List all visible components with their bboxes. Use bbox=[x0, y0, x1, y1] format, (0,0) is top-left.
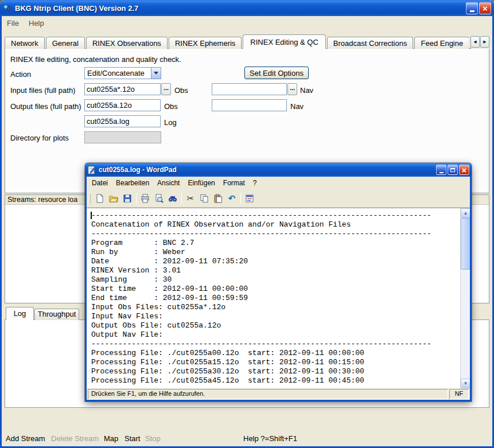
tab-rinex-observations[interactable]: RINEX Observations bbox=[86, 37, 168, 49]
delete-stream-button: Delete Stream bbox=[51, 434, 99, 443]
main-titlebar[interactable]: BKG Ntrip Client (BNC) Version 2.7 × bbox=[0, 0, 494, 16]
date-time-icon bbox=[245, 194, 254, 203]
action-dropdown-value: Edit/Concatenate bbox=[85, 68, 151, 79]
dropdown-arrow-icon[interactable] bbox=[151, 68, 161, 79]
tab-rinex-editing-qc[interactable]: RINEX Editing & QC bbox=[243, 34, 326, 49]
vertical-scrollbar[interactable]: ▲ ▼ bbox=[460, 208, 470, 388]
paste-icon bbox=[213, 194, 223, 203]
tab-throughput[interactable]: Throughput bbox=[34, 309, 79, 320]
tab-feed-engine[interactable]: Feed Engine bbox=[414, 37, 469, 49]
new-document-icon bbox=[95, 194, 104, 203]
input-obs-browse-button[interactable]: ... bbox=[161, 83, 171, 95]
wordpad-minimize-button[interactable] bbox=[436, 165, 446, 175]
tab-scroll-right-icon[interactable]: ▶ bbox=[480, 36, 489, 48]
output-log-suffix: Log bbox=[164, 118, 177, 127]
print-icon bbox=[141, 194, 150, 203]
wordpad-maximize-button[interactable] bbox=[448, 165, 458, 175]
output-obs-field[interactable] bbox=[84, 99, 161, 111]
menu-ansicht[interactable]: Ansicht bbox=[153, 178, 184, 188]
tab-network[interactable]: Network bbox=[5, 37, 45, 49]
open-icon bbox=[109, 194, 118, 203]
stop-button: Stop bbox=[145, 434, 161, 443]
output-nav-field[interactable] bbox=[212, 99, 287, 111]
map-button[interactable]: Map bbox=[104, 434, 118, 443]
statusbar-message: Drücken Sie F1, um die Hilfe aufzurufen. bbox=[88, 389, 448, 399]
scroll-up-icon[interactable]: ▲ bbox=[461, 208, 470, 218]
cut-button[interactable]: ✂ bbox=[184, 192, 197, 205]
toolbar-grip[interactable] bbox=[89, 193, 91, 204]
menu-help[interactable]: Help bbox=[29, 19, 44, 28]
menu-einfuegen[interactable]: Einfügen bbox=[184, 178, 219, 188]
output-log-field[interactable] bbox=[84, 115, 161, 127]
wordpad-statusbar: Drücken Sie F1, um die Hilfe aufzurufen.… bbox=[88, 389, 469, 399]
open-button[interactable] bbox=[107, 192, 120, 205]
tab-broadcast-corrections[interactable]: Broadcast Corrections bbox=[327, 37, 414, 49]
scrollbar-thumb[interactable] bbox=[461, 218, 470, 270]
print-button[interactable] bbox=[138, 192, 152, 205]
save-button[interactable] bbox=[120, 192, 134, 205]
main-tabstrip: Network General RINEX Observations RINEX… bbox=[5, 34, 489, 49]
tab-log[interactable]: Log bbox=[6, 307, 34, 320]
document-text[interactable]: ----------------------------------------… bbox=[87, 208, 470, 385]
toolbar-separator bbox=[240, 193, 241, 204]
menu-bearbeiten[interactable]: Bearbeiten bbox=[112, 178, 153, 188]
document-area[interactable]: ----------------------------------------… bbox=[87, 208, 470, 388]
cut-icon: ✂ bbox=[187, 194, 195, 202]
toolbar-separator bbox=[181, 193, 182, 204]
maximize-icon bbox=[450, 168, 455, 172]
menu-format[interactable]: Format bbox=[219, 178, 249, 188]
input-nav-browse-button[interactable]: ... bbox=[287, 83, 297, 95]
wordpad-toolbar: ✂ ↶ bbox=[87, 189, 470, 208]
input-files-label: Input files (full path) bbox=[10, 86, 75, 95]
output-files-label: Output files (full path) bbox=[10, 102, 81, 111]
minimize-icon bbox=[439, 172, 444, 173]
paste-button[interactable] bbox=[211, 192, 225, 205]
set-edit-options-button[interactable]: Set Edit Options bbox=[244, 67, 309, 79]
save-icon bbox=[123, 194, 132, 203]
find-icon bbox=[168, 194, 177, 203]
wordpad-app-icon bbox=[87, 166, 96, 174]
wordpad-menubar: Datei Bearbeiten Ansicht Einfügen Format… bbox=[87, 177, 470, 189]
undo-button[interactable]: ↶ bbox=[225, 192, 239, 205]
bnc-app-icon bbox=[3, 3, 12, 13]
close-button[interactable]: × bbox=[479, 2, 491, 14]
input-obs-field[interactable] bbox=[84, 83, 161, 95]
toolbar-separator bbox=[136, 193, 137, 204]
copy-icon bbox=[200, 194, 209, 203]
undo-icon: ↶ bbox=[228, 194, 236, 202]
tab-general[interactable]: General bbox=[46, 37, 85, 49]
add-stream-button[interactable]: Add Stream bbox=[6, 434, 45, 443]
new-document-button[interactable] bbox=[93, 192, 107, 205]
statusbar-numlock: NF bbox=[449, 389, 469, 399]
tab-rinex-ephemeris[interactable]: RINEX Ephemeris bbox=[169, 37, 242, 49]
bnc-main-window: BKG Ntrip Client (BNC) Version 2.7 × Fil… bbox=[0, 0, 494, 448]
plots-dir-label: Directory for plots bbox=[10, 134, 69, 142]
input-nav-suffix: Nav bbox=[300, 86, 313, 95]
wordpad-titlebar[interactable]: cut0255a.log - WordPad × bbox=[85, 163, 472, 177]
tab-scroll-left-icon[interactable]: ◀ bbox=[470, 36, 480, 48]
find-button[interactable] bbox=[166, 192, 180, 205]
wordpad-window: cut0255a.log - WordPad × Datei Bearbeite… bbox=[85, 163, 472, 402]
text-caret bbox=[91, 212, 92, 219]
wordpad-close-button[interactable]: × bbox=[459, 165, 469, 175]
menu-hilfe[interactable]: ? bbox=[249, 178, 261, 188]
menu-file[interactable]: File bbox=[7, 19, 19, 28]
output-nav-suffix: Nav bbox=[290, 102, 304, 111]
minimize-button[interactable] bbox=[466, 2, 478, 14]
start-button[interactable]: Start bbox=[125, 434, 140, 443]
menu-datei[interactable]: Datei bbox=[88, 178, 112, 188]
output-obs-suffix: Obs bbox=[164, 102, 178, 111]
wordpad-window-title: cut0255a.log - WordPad bbox=[99, 166, 433, 174]
help-shortcut-label: Help ?=Shift+F1 bbox=[243, 434, 297, 443]
action-dropdown[interactable]: Edit/Concatenate bbox=[84, 67, 161, 79]
input-obs-suffix: Obs bbox=[174, 86, 188, 95]
print-preview-button[interactable] bbox=[152, 192, 166, 205]
input-nav-field[interactable] bbox=[212, 83, 287, 95]
copy-button[interactable] bbox=[197, 192, 211, 205]
main-window-title: BKG Ntrip Client (BNC) Version 2.7 bbox=[15, 4, 463, 13]
date-time-button[interactable] bbox=[243, 192, 256, 205]
plots-dir-field bbox=[84, 131, 161, 143]
action-label: Action bbox=[10, 70, 31, 79]
scroll-down-icon[interactable]: ▼ bbox=[461, 379, 470, 388]
minimize-icon bbox=[470, 10, 474, 12]
